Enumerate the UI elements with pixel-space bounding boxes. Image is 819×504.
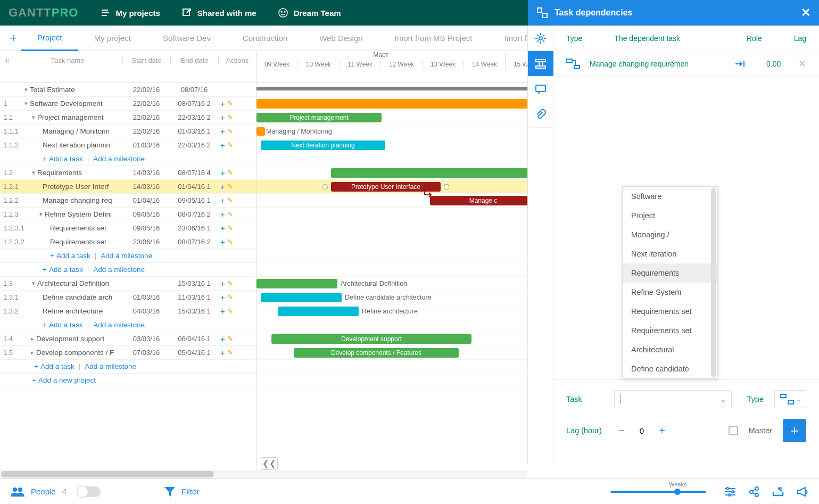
dropdown-item[interactable]: Next iteration [623, 244, 717, 263]
role-icon[interactable] [734, 60, 745, 68]
add-icon[interactable]: + [220, 210, 225, 219]
edit-icon[interactable]: ✎ [227, 113, 233, 121]
close-icon[interactable]: ✕ [801, 6, 810, 20]
task-row[interactable]: 1.5 ▸Develop components / F 07/03/16 05/… [0, 346, 256, 360]
zoom-slider[interactable]: Weeks [610, 491, 706, 493]
gantt-bar[interactable] [257, 127, 265, 136]
expand-icon[interactable]: ▸ [31, 349, 34, 356]
add-icon[interactable]: + [220, 127, 225, 136]
gantt-bar[interactable] [331, 168, 533, 178]
gantt-bar[interactable]: Development support [271, 334, 471, 344]
dropdown-item[interactable]: Project [623, 206, 717, 225]
attachments-icon[interactable] [528, 102, 553, 128]
lag-plus[interactable]: + [655, 423, 669, 438]
task-row[interactable]: 1.2 ▾Requirements 14/03/16 08/07/16 4 +✎ [0, 166, 256, 180]
add-icon[interactable]: + [220, 168, 225, 177]
task-select[interactable]: ⌄ [614, 390, 732, 408]
edit-icon[interactable]: ✎ [227, 293, 233, 301]
dropdown-item[interactable]: Software [623, 187, 717, 206]
export-icon[interactable] [772, 487, 784, 497]
add-milestone-link[interactable]: Add a milestone [93, 155, 145, 163]
project-tab[interactable]: Web Design [303, 26, 378, 51]
add-icon[interactable]: + [220, 113, 225, 122]
h-scrollbar[interactable] [0, 470, 527, 478]
edit-icon[interactable]: ✎ [227, 279, 233, 287]
task-row[interactable]: 1.2.3.1 Requirements set 09/05/16 23/06/… [0, 221, 256, 235]
scrollbar[interactable] [711, 188, 716, 377]
edit-icon[interactable]: ✎ [227, 141, 233, 149]
edit-icon[interactable]: ✎ [227, 127, 233, 135]
task-row[interactable]: 1.2.1 Prototype User Interf 14/03/16 01/… [0, 180, 256, 194]
edit-icon[interactable]: ✎ [227, 196, 233, 204]
expand-icon[interactable]: ▸ [31, 335, 34, 342]
dropdown-item[interactable]: Define candidate [623, 359, 717, 378]
add-task-link[interactable]: + Add a task [34, 362, 75, 370]
add-milestone-link[interactable]: Add a milestone [101, 252, 152, 260]
task-row[interactable]: 1.3.2 Refine architecture 04/03/16 15/03… [0, 304, 256, 318]
lag-minus[interactable]: − [614, 423, 629, 438]
add-icon[interactable]: + [220, 224, 225, 233]
edit-icon[interactable]: ✎ [227, 210, 233, 218]
dropdown-item[interactable]: Requirements set [623, 302, 717, 321]
add-icon[interactable]: + [220, 196, 225, 205]
edit-icon[interactable]: ✎ [227, 183, 233, 191]
filter-button[interactable]: Filter [164, 487, 199, 497]
task-row[interactable]: 1.2.2 Manage changing req 01/04/16 09/05… [0, 194, 256, 208]
task-row[interactable]: ▾Total Estimate 22/02/16 08/07/16 [0, 83, 256, 97]
nav-shared[interactable]: Shared with me [181, 7, 257, 18]
dropdown-item[interactable]: Requirements [623, 263, 717, 283]
task-row[interactable]: 1 ▾Software Development 22/02/16 08/07/1… [0, 97, 256, 111]
dropdown-item[interactable]: Requirements set [623, 321, 717, 340]
link-handle[interactable] [444, 184, 449, 189]
gantt-bar[interactable]: Next iteration planning [261, 141, 385, 150]
master-checkbox[interactable] [729, 426, 738, 435]
people-toggle[interactable] [77, 486, 101, 497]
settings-icon[interactable] [528, 26, 553, 51]
task-dropdown[interactable]: SoftwareProjectManaging /Next iterationR… [622, 186, 718, 379]
task-row[interactable]: 1.2.3 ▾Refine System Defini 09/05/16 08/… [0, 208, 256, 221]
gantt-bar[interactable] [261, 293, 342, 302]
add-milestone-link[interactable]: Add a milestone [85, 362, 136, 370]
gantt-bar[interactable]: Project management [257, 113, 382, 122]
logo[interactable]: GANTTPRO [9, 6, 78, 20]
dropdown-item[interactable]: Refine System [623, 283, 717, 302]
add-icon[interactable]: + [220, 348, 225, 357]
edit-icon[interactable]: ✎ [227, 238, 233, 246]
task-row[interactable]: 1.1 ▾Project management 22/02/16 22/03/1… [0, 111, 256, 125]
gantt-bar[interactable] [257, 279, 337, 288]
nav-team[interactable]: Dream Team [278, 7, 341, 18]
add-milestone-link[interactable]: Add a milestone [93, 321, 145, 329]
gantt-bar[interactable] [257, 87, 533, 90]
collapse-button[interactable]: ❮❮ [261, 457, 278, 470]
expand-icon[interactable]: ▾ [32, 169, 35, 176]
add-task-link[interactable]: + Add a task [43, 321, 83, 329]
scrollbar-thumb[interactable] [1, 471, 214, 477]
add-task-link[interactable]: + Add a task [50, 252, 90, 260]
expand-icon[interactable]: ▾ [24, 86, 28, 93]
edit-icon[interactable]: ✎ [227, 335, 233, 343]
project-tab[interactable]: Construction [227, 26, 303, 51]
sliders-icon[interactable] [724, 487, 736, 497]
add-task-link[interactable]: + Add a task [43, 155, 83, 163]
gantt-bar[interactable] [257, 99, 533, 109]
add-icon[interactable]: + [220, 307, 225, 316]
edit-icon[interactable]: ✎ [227, 169, 233, 177]
add-icon[interactable]: + [220, 99, 225, 108]
edit-icon[interactable]: ✎ [227, 100, 233, 108]
comments-icon[interactable] [528, 77, 553, 102]
project-tab[interactable]: Imort from MS Project [379, 26, 489, 51]
add-dependency-button[interactable]: + [783, 419, 806, 442]
dropdown-item[interactable]: Architectural [623, 340, 717, 359]
expand-icon[interactable]: ▾ [39, 211, 43, 218]
add-icon[interactable]: + [220, 141, 225, 150]
task-row[interactable]: 1.1.1 Managing / Monitorin 22/02/16 01/0… [0, 125, 256, 138]
gantt-bar[interactable]: Develop components / Features [294, 348, 459, 358]
project-tab[interactable]: My project [78, 26, 147, 51]
add-icon[interactable]: + [220, 237, 225, 246]
remove-dep-icon[interactable]: ✕ [798, 58, 806, 70]
expand-icon[interactable]: ▾ [24, 100, 28, 107]
project-tab[interactable]: Software Dev [147, 26, 227, 51]
drag-icon[interactable]: ⫼ [0, 56, 13, 64]
dropdown-item[interactable]: Managing / [623, 225, 717, 244]
type-select[interactable]: ⌄ [774, 390, 806, 408]
